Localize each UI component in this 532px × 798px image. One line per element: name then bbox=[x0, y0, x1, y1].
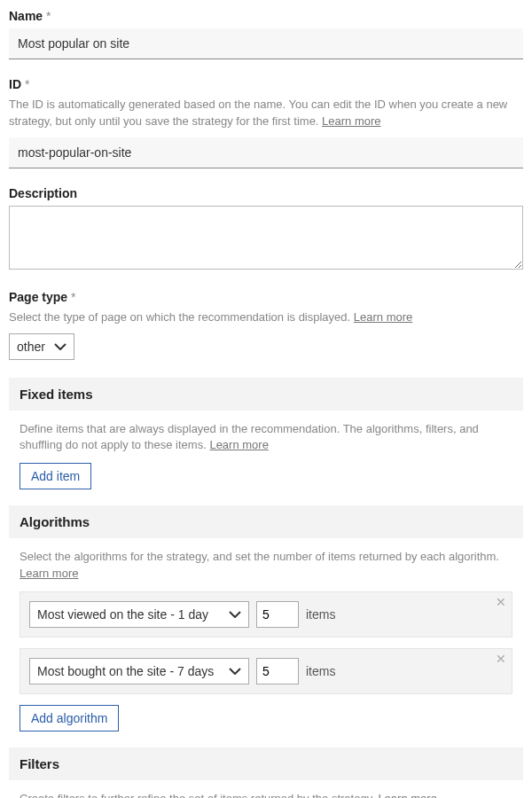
algorithms-helper-text: Select the algorithms for the strategy, … bbox=[20, 550, 499, 563]
algorithm-count-input[interactable] bbox=[256, 658, 299, 685]
algorithm-count-input[interactable] bbox=[256, 601, 299, 628]
algorithm-items-label: items bbox=[306, 664, 335, 678]
name-label: Name bbox=[9, 9, 523, 23]
algorithm-select[interactable]: Most viewed on the site - 1 day bbox=[29, 601, 249, 628]
filters-helper-text: Create filters to further refine the set… bbox=[20, 792, 378, 798]
description-label: Description bbox=[9, 186, 523, 200]
id-input[interactable] bbox=[9, 137, 523, 168]
algorithm-row: Most bought on the site - 7 days items ✕ bbox=[20, 648, 512, 694]
remove-algorithm-button[interactable]: ✕ bbox=[496, 653, 506, 665]
algorithm-items-label: items bbox=[306, 607, 335, 622]
chevron-down-icon bbox=[229, 611, 241, 618]
algorithm-select-value: Most viewed on the site - 1 day bbox=[37, 607, 208, 622]
chevron-down-icon bbox=[229, 668, 241, 675]
page-type-helper-text: Select the type of page on which the rec… bbox=[9, 310, 354, 324]
id-helper: The ID is automatically generated based … bbox=[9, 97, 523, 130]
close-icon: ✕ bbox=[496, 595, 506, 609]
algorithms-header: Algorithms bbox=[9, 505, 523, 538]
algorithms-helper: Select the algorithms for the strategy, … bbox=[20, 549, 512, 583]
fixed-items-learn-more-link[interactable]: Learn more bbox=[209, 438, 268, 451]
algorithms-learn-more-link[interactable]: Learn more bbox=[20, 567, 78, 580]
chevron-down-icon bbox=[54, 343, 66, 350]
name-input[interactable] bbox=[9, 28, 523, 59]
description-textarea[interactable] bbox=[9, 206, 523, 270]
page-type-helper: Select the type of page on which the rec… bbox=[9, 309, 523, 326]
add-item-button[interactable]: Add item bbox=[20, 463, 91, 489]
filters-header: Filters bbox=[9, 747, 523, 780]
algorithm-row: Most viewed on the site - 1 day items ✕ bbox=[20, 591, 512, 638]
page-type-select-value: other bbox=[17, 340, 45, 354]
page-type-label: Page type bbox=[9, 290, 523, 304]
filters-learn-more-link[interactable]: Learn more bbox=[378, 792, 436, 798]
page-type-learn-more-link[interactable]: Learn more bbox=[354, 310, 412, 324]
id-learn-more-link[interactable]: Learn more bbox=[322, 114, 380, 128]
id-label: ID bbox=[9, 77, 523, 91]
add-algorithm-button[interactable]: Add algorithm bbox=[20, 705, 119, 732]
fixed-items-header: Fixed items bbox=[9, 378, 523, 411]
id-helper-text: The ID is automatically generated based … bbox=[9, 98, 507, 128]
algorithm-select-value: Most bought on the site - 7 days bbox=[37, 664, 214, 678]
filters-helper: Create filters to further refine the set… bbox=[20, 791, 512, 798]
close-icon: ✕ bbox=[496, 652, 506, 666]
fixed-items-helper: Define items that are always displayed i… bbox=[20, 421, 512, 455]
algorithm-select[interactable]: Most bought on the site - 7 days bbox=[29, 658, 249, 685]
page-type-select[interactable]: other bbox=[9, 333, 74, 360]
remove-algorithm-button[interactable]: ✕ bbox=[496, 596, 506, 608]
